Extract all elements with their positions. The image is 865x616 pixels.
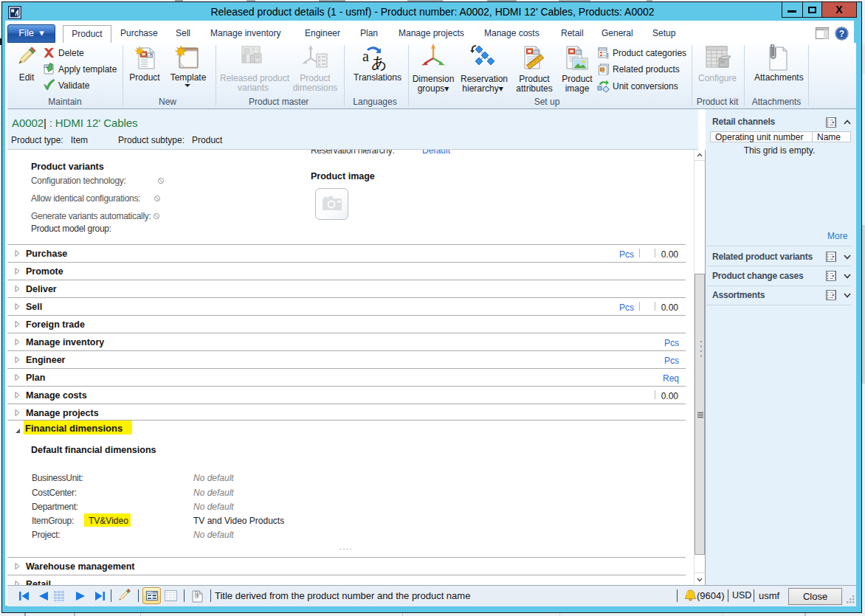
svg-text:?: ? [839,29,844,39]
svg-text:あ: あ [371,54,387,71]
